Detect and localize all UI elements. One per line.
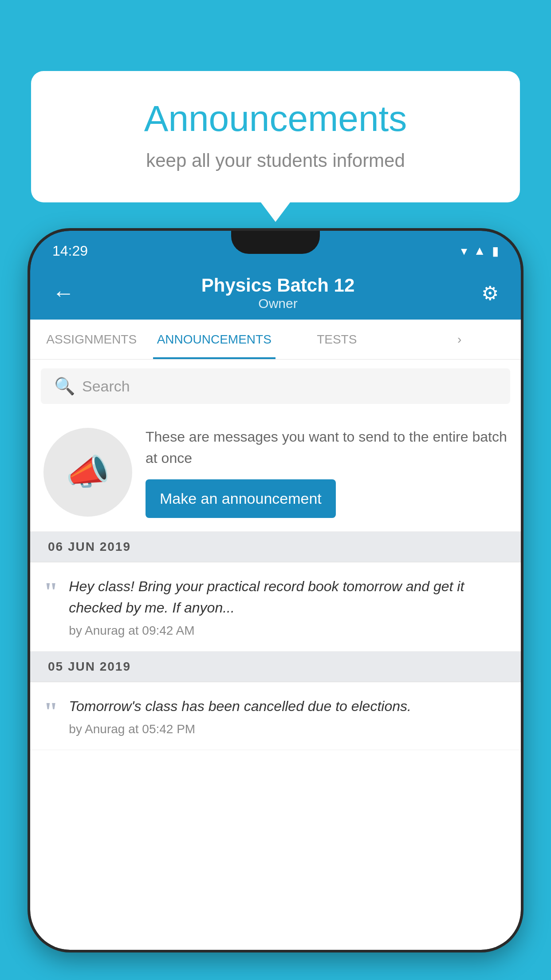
announcement-meta-2: by Anurag at 05:42 PM <box>69 722 508 736</box>
quote-icon-2: " <box>43 698 58 725</box>
announcement-item-1[interactable]: " Hey class! Bring your practical record… <box>30 562 521 652</box>
settings-button[interactable]: ⚙ <box>477 277 503 309</box>
make-announcement-button[interactable]: Make an announcement <box>146 479 336 518</box>
back-button[interactable]: ← <box>48 276 79 310</box>
phone-mockup: 14:29 ▾ ▲ ▮ ← Physics Batch 12 Owner ⚙ <box>30 231 521 950</box>
phone-content: 🔍 Search 📣 These are messages you want t… <box>30 360 521 950</box>
status-icons: ▾ ▲ ▮ <box>461 244 499 258</box>
speech-bubble: Announcements keep all your students inf… <box>31 71 520 202</box>
announcement-promo: 📣 These are messages you want to send to… <box>30 413 521 532</box>
promo-right: These are messages you want to send to t… <box>146 426 508 518</box>
status-time: 14:29 <box>52 243 88 259</box>
announcement-content-2: Tomorrow's class has been cancelled due … <box>69 695 508 736</box>
signal-icon: ▲ <box>473 244 486 258</box>
phone-wrapper: 14:29 ▾ ▲ ▮ ← Physics Batch 12 Owner ⚙ <box>30 231 521 980</box>
announcement-item-2[interactable]: " Tomorrow's class has been cancelled du… <box>30 682 521 750</box>
tab-announcements[interactable]: ANNOUNCEMENTS <box>153 320 276 359</box>
battery-icon: ▮ <box>492 244 499 258</box>
speech-bubble-section: Announcements keep all your students inf… <box>31 71 520 202</box>
search-bar-section: 🔍 Search <box>30 360 521 413</box>
promo-icon-circle: 📣 <box>43 428 132 517</box>
wifi-icon: ▾ <box>461 244 467 258</box>
tab-bar: ASSIGNMENTS ANNOUNCEMENTS TESTS › <box>30 320 521 360</box>
app-bar-title: Physics Batch 12 <box>79 275 477 296</box>
phone-screen: 14:29 ▾ ▲ ▮ ← Physics Batch 12 Owner ⚙ <box>30 231 521 950</box>
date-separator-1: 06 JUN 2019 <box>30 532 521 562</box>
app-bar-subtitle: Owner <box>79 296 477 311</box>
date-separator-2: 05 JUN 2019 <box>30 652 521 682</box>
phone-notch <box>231 231 320 254</box>
bubble-subtitle: keep all your students informed <box>67 150 484 171</box>
announcement-content-1: Hey class! Bring your practical record b… <box>69 576 508 638</box>
bubble-title: Announcements <box>67 98 484 139</box>
tab-assignments[interactable]: ASSIGNMENTS <box>30 320 153 359</box>
app-bar-center: Physics Batch 12 Owner <box>79 275 477 311</box>
search-placeholder: Search <box>82 378 130 395</box>
announcement-text-1: Hey class! Bring your practical record b… <box>69 576 508 618</box>
quote-icon-1: " <box>43 578 58 605</box>
tab-more[interactable]: › <box>398 320 521 359</box>
tab-tests[interactable]: TESTS <box>276 320 398 359</box>
app-bar: ← Physics Batch 12 Owner ⚙ <box>30 266 521 320</box>
megaphone-icon: 📣 <box>66 451 110 493</box>
announcement-text-2: Tomorrow's class has been cancelled due … <box>69 695 508 717</box>
search-icon: 🔍 <box>54 376 75 396</box>
search-input-wrapper[interactable]: 🔍 Search <box>41 368 510 404</box>
promo-description: These are messages you want to send to t… <box>146 426 508 469</box>
announcement-meta-1: by Anurag at 09:42 AM <box>69 624 508 638</box>
